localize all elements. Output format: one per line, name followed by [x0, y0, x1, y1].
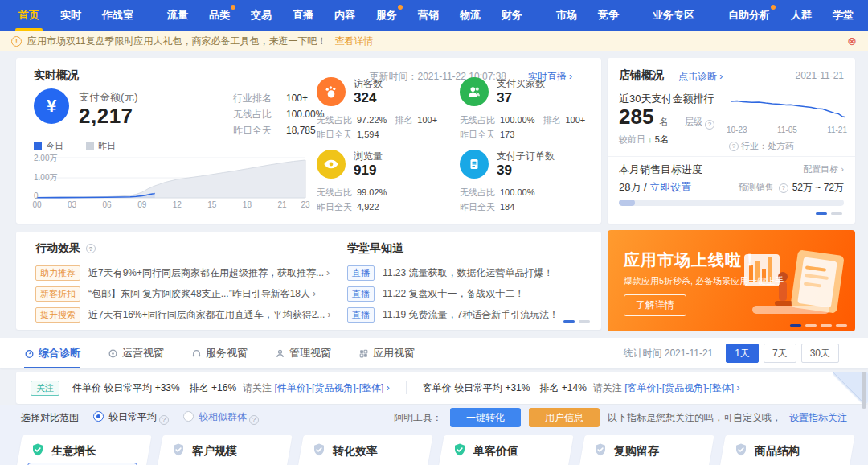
nav-item-2[interactable]: 作战室 — [102, 0, 133, 31]
carousel-indicator[interactable] — [563, 320, 590, 323]
live-tag[interactable]: 直播 — [347, 265, 375, 281]
nav-item-6[interactable]: 交易 — [251, 0, 272, 31]
close-icon[interactable]: ⊗ — [847, 35, 857, 47]
notice-detail-link[interactable]: 查看详情 — [334, 35, 373, 48]
focus-link[interactable]: [客单价]-[货品视角]-[整体] › — [624, 382, 739, 393]
set-target-link[interactable]: 立即设置 — [649, 181, 691, 193]
nav-item-21[interactable]: 学堂 — [833, 0, 854, 31]
question-icon[interactable]: ? — [729, 142, 739, 151]
nav-item-11[interactable]: 物流 — [460, 0, 481, 31]
metric-card-1[interactable]: 生意增长 — [13, 435, 151, 465]
tab-1[interactable]: 综合诊断 — [24, 338, 80, 368]
nav-item-20[interactable]: 人群 — [791, 0, 812, 31]
tool-button-1[interactable]: 一键转化 — [450, 408, 521, 427]
rank-trend-chart — [730, 93, 847, 124]
range-button-30天[interactable]: 30天 — [801, 344, 839, 363]
set-focus-metrics-link[interactable]: 设置指标关注 — [789, 411, 847, 425]
metric-value: 37 — [497, 90, 512, 106]
nav-item-7[interactable]: 直播 — [293, 0, 313, 31]
action-tag[interactable]: 新客折扣 — [35, 286, 80, 302]
action-item[interactable]: 助力推荐近7天有9%+同行同层商家都在用超级推荐，获取推荐...› — [35, 262, 330, 283]
range-button-1天[interactable]: 1天 — [726, 344, 759, 363]
nav-item-0[interactable]: 首页 — [18, 0, 39, 31]
x-tick: 11-21 — [827, 126, 847, 134]
detail-key: 排名 — [395, 115, 412, 125]
action-item[interactable]: 提升搜索近7天有16%+同行同层商家都在用直通车，平均获得2...› — [35, 304, 330, 325]
live-tag[interactable]: 直播 — [347, 307, 375, 323]
question-icon[interactable]: ? — [779, 183, 788, 193]
app-market-banner[interactable]: 应用市场上线啦！ 爆款应用5折秒杀, 必备场景应用一键上手 了解详情 — [608, 230, 855, 331]
shop-title: 店铺概况 — [619, 68, 664, 83]
metric-card-inner: 商品结构 — [721, 435, 850, 465]
config-target-link[interactable]: 配置目标 › — [803, 163, 844, 175]
school-title: 学堂早知道 — [347, 241, 403, 256]
page-scrollbar[interactable] — [862, 372, 866, 409]
question-icon[interactable]: ? — [249, 415, 259, 425]
metric-detail-line: 无线占比100.00% — [460, 185, 542, 200]
focus-group-2: 客单价 较日常平均 +31% 排名 +14%请关注 [客单价]-[货品视角]-[… — [423, 381, 740, 395]
school-item[interactable]: 直播11.23 流量获取，数据化运营单品打爆！ — [347, 262, 559, 283]
nav-item-5[interactable]: 品类 — [209, 0, 230, 31]
legend-item[interactable]: 昨日 — [86, 140, 116, 152]
nav-item-8[interactable]: 内容 — [334, 0, 355, 31]
detail-value: 100+ — [417, 115, 437, 125]
nav-item-12[interactable]: 财务 — [502, 0, 522, 31]
focus-groups: 件单价 较日常平均 +33% 排名 +16%请关注 [件单价]-[货品视角]-[… — [72, 381, 739, 395]
question-icon[interactable]: ? — [705, 120, 714, 130]
banner-dot[interactable] — [805, 324, 817, 327]
action-tag[interactable]: 助力推荐 — [35, 265, 80, 281]
y-tick: 0 — [34, 191, 39, 200]
action-item[interactable]: 新客折扣“包邮】东阿 复方阿胶浆48支正...”昨日引导新客18人› — [35, 283, 330, 304]
radio-1[interactable] — [93, 411, 104, 422]
tab-2[interactable]: 运营视窗 — [108, 338, 164, 368]
tab-3[interactable]: 服务视窗 — [191, 338, 248, 368]
diagnose-link[interactable]: 点击诊断 › — [678, 70, 723, 84]
tab-label: 应用视窗 — [373, 346, 415, 360]
carousel-indicator[interactable] — [816, 212, 842, 215]
banner-dot[interactable] — [790, 324, 801, 327]
live-tag[interactable]: 直播 — [347, 286, 375, 302]
tool-button-2[interactable]: 用户信息 — [529, 408, 600, 427]
banner-dot[interactable] — [821, 324, 832, 327]
banner-dot[interactable] — [836, 324, 847, 327]
tab-4[interactable]: 管理视窗 — [275, 338, 331, 368]
metric-cards-row: 生意增长客户规模转化效率单客价值复购留存商品结构 — [18, 435, 850, 465]
question-icon[interactable]: ? — [159, 415, 169, 425]
nav-item-17[interactable]: 业务专区 — [653, 0, 694, 31]
x-tick: 12 — [173, 200, 182, 209]
metric-card-3[interactable]: 转化效率 — [294, 435, 432, 465]
legend-item[interactable]: 今日 — [34, 140, 63, 152]
detail-key: 昨日全天 — [233, 122, 280, 138]
focus-link[interactable]: [件单价]-[货品视角]-[整体] › — [274, 382, 389, 393]
metric-card-6[interactable]: 商品结构 — [716, 435, 854, 465]
tab-5[interactable]: 应用视窗 — [358, 338, 415, 368]
metric-card-5[interactable]: 复购留存 — [575, 435, 714, 465]
metric-card-inner: 转化效率 — [299, 435, 428, 465]
metric-card-title: 商品结构 — [755, 444, 800, 459]
action-text: “包邮】东阿 复方阿胶浆48支正...”昨日引导新客18人 — [88, 287, 310, 301]
metric-card-2[interactable]: 客户规模 — [154, 435, 292, 465]
industry-note: ? 行业：处方药 — [727, 140, 794, 152]
detail-key: 无线占比 — [460, 187, 495, 197]
banner-carousel-dots[interactable] — [790, 324, 847, 327]
banner-cta-button[interactable]: 了解详情 — [624, 294, 686, 316]
nav-item-15[interactable]: 竞争 — [598, 0, 619, 31]
focus-change: 较日常平均 +33% — [104, 382, 189, 393]
question-icon[interactable]: ? — [86, 244, 96, 253]
warning-icon: ! — [11, 36, 22, 47]
nav-item-1[interactable]: 实时 — [60, 0, 81, 31]
school-item[interactable]: 直播11.19 免费流量，7种适合新手引流玩法！ — [347, 304, 559, 325]
nav-item-4[interactable]: 流量 — [167, 0, 188, 31]
range-button-7天[interactable]: 7天 — [764, 344, 796, 363]
nav-item-14[interactable]: 市场 — [556, 0, 577, 31]
metric-card-4[interactable]: 单客价值 — [435, 435, 573, 465]
nav-item-9[interactable]: 服务 — [376, 0, 397, 31]
nav-item-19[interactable]: 自助分析 — [728, 0, 770, 31]
radio-2[interactable] — [183, 411, 194, 422]
realtime-overview-card: 实时概况 更新时间：2021-11-22 10:07:38 实时直播 › ¥ 支… — [16, 58, 601, 224]
x-tick: 10-23 — [727, 126, 747, 134]
nav-item-10[interactable]: 营销 — [418, 0, 439, 31]
shop-overview-card: 店铺概况 点击诊断 › 2021-11-21 近30天支付金额排行 285 名 … — [608, 58, 855, 224]
action-tag[interactable]: 提升搜索 — [35, 307, 80, 323]
school-item[interactable]: 直播11.22 复盘双十一，备战双十二！ — [347, 283, 559, 304]
